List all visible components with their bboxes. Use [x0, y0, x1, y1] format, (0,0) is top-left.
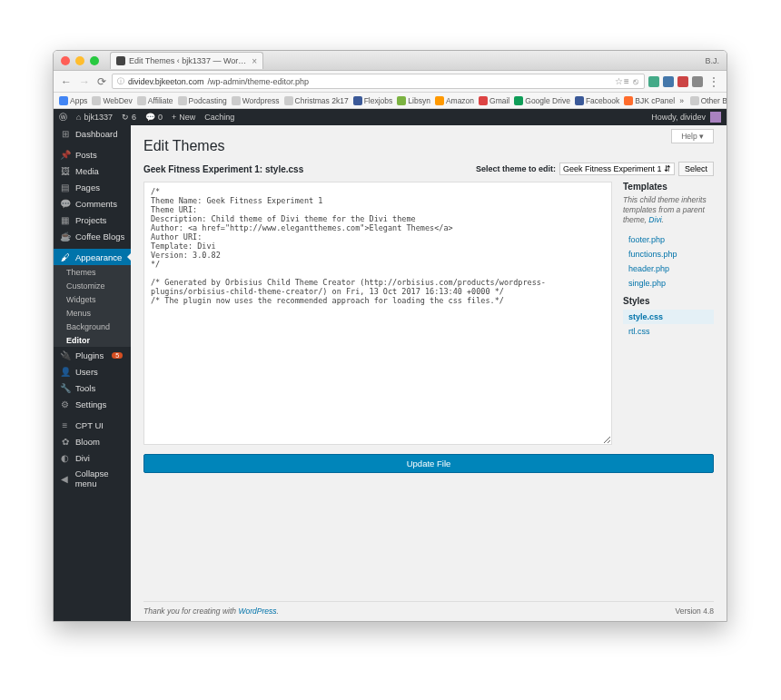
caching-link[interactable]: Caching	[204, 113, 234, 122]
menu-users[interactable]: 👤Users	[54, 363, 131, 380]
style-file-link[interactable]: style.css	[623, 310, 714, 324]
omnibox[interactable]: ⓘ dividev.bjkeeton.com/wp-admin/theme-ed…	[112, 74, 645, 89]
template-file-link[interactable]: footer.php	[623, 232, 714, 247]
nav-back-icon[interactable]: ←	[59, 75, 74, 88]
bookmark[interactable]: Wordpress	[232, 96, 280, 105]
file-sidebar: Templates This child theme inherits temp…	[623, 182, 714, 445]
bookmark[interactable]: Gmail	[479, 96, 509, 105]
wp-logo-icon[interactable]: ⓦ	[59, 112, 67, 123]
template-file-link[interactable]: header.php	[623, 261, 714, 276]
cpt-icon: ≡	[60, 420, 70, 430]
dashboard-icon: ⊞	[60, 129, 70, 139]
menu-dashboard[interactable]: ⊞Dashboard	[54, 125, 131, 142]
bookmarks-bar: Apps WebDev Affiliate Podcasting Wordpre…	[54, 93, 727, 109]
menu-bloom[interactable]: ✿Bloom	[54, 433, 131, 449]
apps-shortcut[interactable]: Apps	[59, 96, 87, 105]
site-link[interactable]: ⌂ bjk1337	[76, 113, 113, 122]
window-titlebar: Edit Themes ‹ bjk1337 — Wor… × B.J.	[54, 51, 727, 71]
menu-appearance[interactable]: 🖌Appearance	[54, 249, 131, 265]
theme-select[interactable]: Geek Fitness Experiment 1 ⇵	[559, 163, 675, 175]
updates-link[interactable]: ↻ 6	[122, 113, 136, 122]
howdy-user[interactable]: Howdy, dividev	[651, 113, 706, 122]
bookmark[interactable]: Amazon	[435, 96, 474, 105]
menu-plugins[interactable]: 🔌Plugins5	[54, 347, 131, 363]
settings-icon: ⚙	[60, 399, 70, 409]
menu-cptui[interactable]: ≡CPT UI	[54, 417, 131, 433]
menu-media[interactable]: 🖼Media	[54, 163, 131, 179]
admin-footer: Thank you for creating with WordPress. V…	[143, 601, 714, 621]
menu-pages[interactable]: ▤Pages	[54, 179, 131, 195]
templates-heading: Templates	[623, 182, 714, 192]
window-close-icon[interactable]	[61, 56, 70, 65]
new-content-link[interactable]: + New	[172, 113, 195, 122]
extension-icon[interactable]	[648, 76, 659, 87]
bookmark[interactable]: WebDev	[92, 96, 132, 105]
admin-sidebar: ⊞Dashboard 📌Posts 🖼Media ▤Pages 💬Comment…	[54, 125, 131, 621]
submenu-appearance: Themes Customize Widgets Menus Backgroun…	[54, 265, 131, 347]
bookmark[interactable]: BJK cPanel	[624, 96, 675, 105]
wp-admin-bar: ⓦ ⌂ bjk1337 ↻ 6 💬 0 + New Caching Howdy,…	[54, 109, 727, 125]
avatar[interactable]	[710, 112, 721, 123]
menu-coffee-blogs[interactable]: ☕Coffee Blogs	[54, 228, 131, 244]
parent-theme-link[interactable]: Divi	[648, 215, 661, 224]
browser-profile[interactable]: B.J.	[705, 56, 719, 65]
submenu-widgets[interactable]: Widgets	[54, 292, 131, 306]
window-zoom-icon[interactable]	[90, 56, 99, 65]
file-heading: Geek Fitness Experiment 1: style.css	[143, 164, 303, 174]
coffee-icon: ☕	[60, 232, 70, 242]
info-icon[interactable]: ⓘ	[117, 76, 124, 86]
submenu-themes[interactable]: Themes	[54, 265, 131, 279]
extension-icon[interactable]	[692, 76, 703, 87]
extension-icon[interactable]	[663, 76, 674, 87]
style-file-link[interactable]: rtl.css	[623, 324, 714, 339]
comments-link[interactable]: 💬 0	[145, 113, 163, 122]
parent-theme-note: This child theme inherits templates from…	[623, 195, 714, 225]
menu-divi[interactable]: ◐Divi	[54, 449, 131, 466]
bookmark[interactable]: Libsyn	[397, 96, 430, 105]
collapse-icon: ◀	[60, 474, 70, 484]
menu-tools[interactable]: 🔧Tools	[54, 380, 131, 396]
version-label: Version 4.8	[675, 606, 714, 616]
nav-forward-icon: →	[77, 75, 92, 88]
template-file-link[interactable]: single.php	[623, 276, 714, 291]
browser-menu-icon[interactable]: ⋮	[707, 75, 721, 88]
menu-posts[interactable]: 📌Posts	[54, 146, 131, 163]
submenu-background[interactable]: Background	[54, 320, 131, 333]
bookmark[interactable]: Facebook	[575, 96, 619, 105]
browser-tab[interactable]: Edit Themes ‹ bjk1337 — Wor… ×	[110, 52, 263, 69]
styles-heading: Styles	[623, 296, 714, 306]
submenu-menus[interactable]: Menus	[54, 306, 131, 320]
bookmark[interactable]: Podcasting	[178, 96, 227, 105]
collapse-menu[interactable]: ◀Collapse menu	[54, 470, 131, 487]
extension-icon[interactable]	[677, 76, 688, 87]
tab-close-icon[interactable]: ×	[252, 56, 257, 66]
bookmark[interactable]: Flexjobs	[353, 96, 393, 105]
code-editor[interactable]: /* Theme Name: Geek Fitness Experiment 1…	[143, 182, 612, 445]
menu-projects[interactable]: ▦Projects	[54, 212, 131, 228]
select-theme-button[interactable]: Select	[678, 162, 714, 176]
comment-icon: 💬	[60, 199, 70, 209]
favicon-icon	[116, 56, 125, 65]
help-tab[interactable]: Help ▾	[671, 129, 714, 143]
template-file-link[interactable]: functions.php	[623, 247, 714, 261]
bloom-icon: ✿	[60, 437, 70, 447]
submenu-editor[interactable]: Editor	[54, 333, 131, 347]
bookmark[interactable]: Google Drive	[514, 96, 570, 105]
window-minimize-icon[interactable]	[75, 56, 84, 65]
submenu-customize[interactable]: Customize	[54, 279, 131, 292]
theme-select-label: Select theme to edit:	[476, 164, 556, 173]
nav-reload-icon[interactable]: ⟳	[95, 75, 108, 88]
bookmark-overflow[interactable]: » Other Bookmarks	[679, 96, 727, 105]
menu-comments[interactable]: 💬Comments	[54, 195, 131, 212]
media-icon: 🖼	[60, 166, 70, 176]
brush-icon: 🖌	[60, 252, 70, 262]
menu-settings[interactable]: ⚙Settings	[54, 396, 131, 412]
update-file-button[interactable]: Update File	[143, 454, 714, 473]
omnibox-actions: ☆≡⎋	[615, 76, 639, 86]
update-badge: 5	[112, 352, 123, 359]
star-icon[interactable]: ☆	[615, 76, 621, 86]
pin-icon: 📌	[60, 150, 70, 160]
bookmark[interactable]: Christmas 2k17	[284, 96, 349, 105]
bookmark[interactable]: Affiliate	[137, 96, 173, 105]
wordpress-link[interactable]: WordPress	[238, 606, 276, 616]
